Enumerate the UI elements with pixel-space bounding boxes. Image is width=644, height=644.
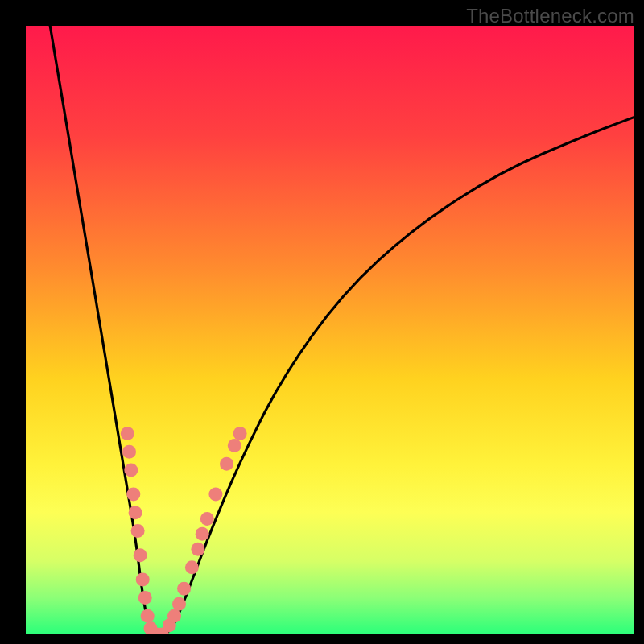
highlight-dot	[136, 573, 150, 587]
curve-layer	[26, 26, 634, 634]
highlight-dot	[228, 439, 242, 452]
highlight-dot	[200, 512, 214, 526]
curve-right-branch	[166, 117, 634, 634]
highlight-dot	[172, 597, 186, 611]
highlight-dot	[191, 543, 204, 556]
curve-left-branch	[50, 26, 154, 634]
highlight-dot	[129, 506, 142, 519]
highlight-dot	[177, 582, 191, 596]
highlight-dot	[124, 463, 138, 477]
highlight-dot	[167, 609, 181, 623]
highlight-dot	[220, 457, 233, 471]
watermark-text: TheBottleneck.com	[466, 5, 634, 27]
highlight-dot	[122, 445, 136, 459]
highlight-dots	[121, 427, 247, 634]
highlight-dot	[121, 427, 134, 440]
highlight-dot	[138, 591, 152, 605]
highlight-dot	[208, 488, 222, 502]
highlight-dot	[134, 548, 147, 562]
highlight-dot	[131, 524, 145, 538]
highlight-dot	[233, 427, 247, 440]
plot-area	[26, 26, 634, 634]
highlight-dot	[185, 560, 199, 574]
chart-frame: TheBottleneck.com	[0, 0, 644, 644]
highlight-dot	[196, 527, 209, 541]
highlight-dot	[126, 488, 140, 502]
highlight-dot	[141, 609, 155, 623]
